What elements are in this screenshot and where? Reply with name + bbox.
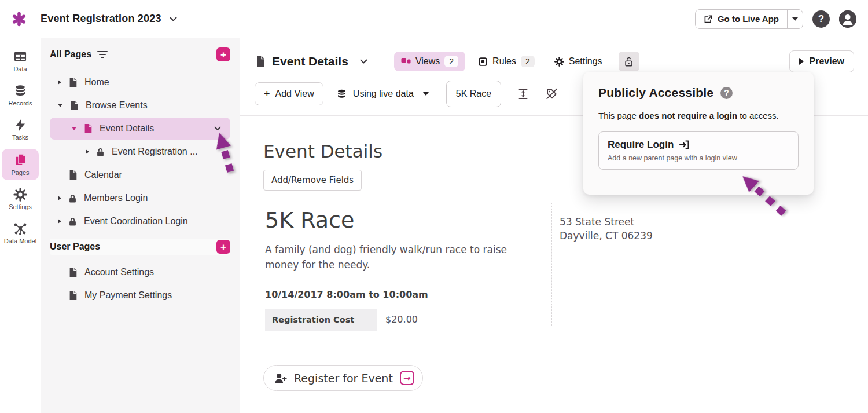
database-icon xyxy=(336,89,347,100)
rail-label: Data Model xyxy=(4,237,36,244)
tree-item-browse-events[interactable]: Browse Events xyxy=(50,94,230,117)
caret-right-icon xyxy=(58,219,61,224)
tree-item-event-details[interactable]: Event Details xyxy=(50,118,230,140)
rail-item-records[interactable]: Records xyxy=(2,81,39,111)
require-login-label: Require Login xyxy=(608,139,674,151)
live-data-selector[interactable]: Using live data xyxy=(336,89,429,100)
page-title-chevron-down-icon[interactable] xyxy=(360,59,367,64)
tree-item-label: Event Details xyxy=(100,123,154,134)
tree-item-my-payment-settings[interactable]: My Payment Settings xyxy=(50,284,230,307)
chevron-down-icon[interactable] xyxy=(214,126,221,131)
require-login-subtext: Add a new parent page with a login view xyxy=(608,154,789,162)
all-pages-header: All Pages + xyxy=(50,46,230,63)
register-for-event-button[interactable]: Register for Event → xyxy=(263,365,423,391)
tree-item-members-login[interactable]: Members Login xyxy=(50,187,230,210)
go-to-live-app-dropdown-button[interactable] xyxy=(788,10,803,28)
database-icon xyxy=(13,84,27,98)
address-line-2: Dayville, CT 06239 xyxy=(560,229,653,243)
require-login-button[interactable]: Require Login Add a new parent page with… xyxy=(598,131,799,170)
app-logo-asterisk-icon xyxy=(12,12,27,27)
nav-rail: Data Records Tasks Pages xyxy=(0,38,41,413)
play-icon xyxy=(799,58,804,65)
submit-arrow-icon: → xyxy=(400,371,414,385)
go-to-live-app-label: Go to Live App xyxy=(718,14,779,24)
avatar-icon xyxy=(839,10,856,28)
user-pages-label: User Pages xyxy=(50,242,100,252)
tab-settings[interactable]: Settings xyxy=(547,52,609,71)
enter-login-icon xyxy=(679,140,690,150)
rail-item-tasks[interactable]: Tasks xyxy=(2,115,39,145)
event-datetime: 10/14/2017 8:00am to 10:00am xyxy=(265,289,543,300)
add-page-button[interactable]: + xyxy=(216,47,230,61)
tab-rules[interactable]: Rules 2 xyxy=(471,52,542,71)
tab-count-badge: 2 xyxy=(521,56,535,67)
page-title: Event Details xyxy=(272,54,348,68)
account-avatar-button[interactable] xyxy=(839,10,856,28)
page-icon xyxy=(68,76,78,88)
add-user-page-button[interactable]: + xyxy=(216,240,230,254)
plus-icon: + xyxy=(264,89,270,99)
event-title: 5K Race xyxy=(265,207,543,233)
tree-item-label: Event Registration ... xyxy=(112,147,198,157)
tab-label: Rules xyxy=(492,56,516,67)
page-icon xyxy=(69,100,79,111)
rail-label: Settings xyxy=(9,203,32,210)
user-pages-header: User Pages + xyxy=(50,239,230,255)
page-title-group[interactable]: Event Details xyxy=(255,54,367,68)
page-icon xyxy=(68,169,78,181)
description-bold-text: does not require a login xyxy=(639,111,737,120)
lock-icon xyxy=(68,216,78,227)
rail-item-data[interactable]: Data xyxy=(2,46,39,76)
rail-label: Tasks xyxy=(12,134,28,141)
rail-item-data-model[interactable]: Data Model xyxy=(2,218,39,248)
register-label: Register for Event xyxy=(294,372,393,385)
popover-help-icon[interactable]: ? xyxy=(720,87,733,99)
page-icon xyxy=(83,123,93,134)
caret-down-icon xyxy=(58,104,62,107)
preview-button[interactable]: Preview xyxy=(789,50,854,72)
column-divider xyxy=(551,203,552,326)
page-icon xyxy=(255,55,266,68)
tree-item-home[interactable]: Home xyxy=(50,71,230,94)
vertical-resize-button[interactable] xyxy=(517,87,529,100)
caret-right-icon xyxy=(58,80,61,85)
popover-description: This page does not require a login to ac… xyxy=(598,111,799,120)
tree-item-label: Account Settings xyxy=(84,267,154,277)
tree-item-event-registration[interactable]: Event Registration ... xyxy=(50,140,230,163)
add-view-button[interactable]: + Add View xyxy=(255,82,323,105)
registration-cost-label: Registration Cost xyxy=(265,309,377,331)
canvas-page-heading: Event Details xyxy=(263,141,382,162)
tab-views[interactable]: Views 2 xyxy=(394,52,465,71)
tree-item-label: Home xyxy=(84,77,109,87)
go-to-live-app-button[interactable]: Go to Live App xyxy=(696,10,788,28)
filter-icon[interactable] xyxy=(97,50,108,59)
pages-icon xyxy=(13,152,28,167)
data-model-icon xyxy=(13,222,28,236)
views-icon xyxy=(401,57,411,66)
preview-label: Preview xyxy=(810,56,844,67)
address-line-1: 53 State Street xyxy=(560,215,653,229)
tree-item-event-coordination-login[interactable]: Event Coordination Login xyxy=(50,210,230,233)
rail-item-settings[interactable]: Settings xyxy=(2,184,39,214)
registration-cost-row: Registration Cost $20.00 xyxy=(265,309,543,331)
app-title-chevron-down-icon[interactable] xyxy=(170,17,177,21)
topbar: Event Registration 2023 Go to Live App ? xyxy=(0,0,868,38)
event-address: 53 State Street Dayville, CT 06239 xyxy=(560,215,653,243)
page-access-lock-button[interactable] xyxy=(619,52,639,71)
tree-item-calendar[interactable]: Calendar xyxy=(50,163,230,187)
rail-item-pages[interactable]: Pages xyxy=(2,149,39,180)
popover-title: Publicly Accessible xyxy=(598,86,713,100)
tree-item-label: Calendar xyxy=(84,170,122,180)
external-link-icon xyxy=(704,14,713,24)
registration-cost-value: $20.00 xyxy=(385,314,418,325)
tree-item-account-settings[interactable]: Account Settings xyxy=(50,261,230,284)
event-detail-column: 5K Race A family (and dog) friendly walk… xyxy=(265,207,543,331)
rules-icon xyxy=(478,57,488,67)
add-remove-fields-button[interactable]: Add/Remove Fields xyxy=(263,170,362,191)
help-button[interactable]: ? xyxy=(812,10,830,28)
all-pages-label: All Pages xyxy=(50,49,91,60)
rail-label: Records xyxy=(9,100,32,107)
hide-labels-button[interactable] xyxy=(545,87,558,100)
gear-icon xyxy=(13,188,27,202)
record-selector[interactable]: 5K Race xyxy=(446,81,501,107)
